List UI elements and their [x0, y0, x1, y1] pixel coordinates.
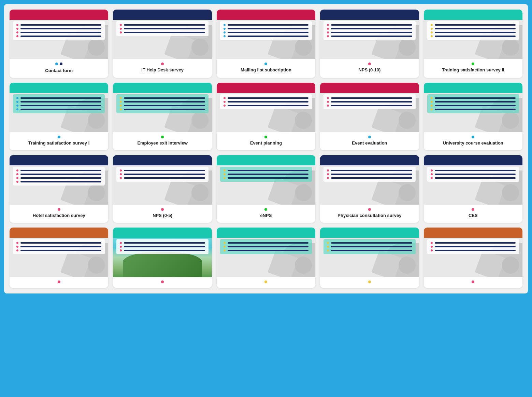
- row-dot: [120, 246, 122, 248]
- card-training-satisfaction-ii[interactable]: Training satisfaction survey II: [424, 10, 522, 78]
- row-line: [435, 109, 516, 110]
- row-dot: [120, 177, 122, 179]
- card-footer: Hotel satisfaction survey: [10, 205, 108, 223]
- row-dot: [120, 24, 122, 26]
- card-header-bar: [320, 10, 419, 20]
- content-row: [16, 101, 101, 103]
- row-line: [331, 242, 412, 244]
- card-title: NPS (0-10): [358, 67, 380, 73]
- row-dot: [224, 242, 226, 244]
- indicator-dot: [161, 280, 164, 283]
- indicator-dot: [264, 63, 267, 65]
- card-enps[interactable]: eNPS: [217, 155, 315, 223]
- row-dot: [327, 169, 329, 172]
- row-line: [331, 174, 412, 175]
- card-training-satisfaction-i[interactable]: Training satisfaction survey I: [10, 83, 108, 150]
- content-row: [224, 246, 308, 248]
- row-line: [331, 97, 412, 99]
- row-line: [331, 101, 412, 102]
- content-row: [431, 28, 516, 30]
- card-event-planning[interactable]: Event planning: [217, 83, 315, 150]
- content-row: [16, 177, 101, 179]
- card-row4-card3[interactable]: [217, 228, 315, 288]
- card-footer: [113, 277, 212, 288]
- card-ces[interactable]: CES: [424, 155, 522, 223]
- indicator-dots: [55, 63, 62, 66]
- row-dot: [120, 97, 122, 99]
- row-line: [228, 177, 308, 179]
- card-employee-exit[interactable]: Employee exit interview: [113, 83, 212, 150]
- card-header-bar: [217, 10, 315, 20]
- content-row: [16, 169, 101, 172]
- row-line: [228, 24, 308, 26]
- indicator-dot: [472, 136, 474, 138]
- card-title: Physician consultation survey: [337, 213, 401, 219]
- card-hotel-satisfaction[interactable]: Hotel satisfaction survey: [10, 155, 108, 223]
- content-row: [327, 24, 412, 26]
- row-line: [124, 109, 205, 110]
- row-dot: [224, 97, 226, 99]
- card-header-bar: [320, 83, 419, 93]
- row-line: [228, 174, 308, 175]
- card-nps-0-10[interactable]: NPS (0-10): [320, 10, 419, 78]
- card-university-course[interactable]: University course evaluation: [424, 83, 522, 150]
- content-row: [16, 246, 101, 248]
- content-row: [431, 242, 516, 244]
- row-line: [20, 105, 101, 106]
- content-row: [120, 31, 205, 33]
- indicator-dot: [368, 208, 371, 211]
- content-row: [16, 173, 101, 175]
- card-row4-card5[interactable]: [424, 228, 522, 288]
- card-title: CES: [469, 213, 478, 219]
- card-content-area: [116, 21, 208, 36]
- card-row4-card1[interactable]: [10, 228, 108, 288]
- row-dot: [431, 31, 433, 33]
- row-dot: [120, 31, 122, 33]
- row-dot: [224, 35, 226, 37]
- row-line: [331, 246, 412, 247]
- content-row: [327, 177, 412, 179]
- row-line: [124, 174, 205, 175]
- card-title: Hotel satisfaction survey: [33, 213, 85, 219]
- content-row: [327, 35, 412, 37]
- content-row: [120, 108, 205, 110]
- content-row: [431, 173, 516, 175]
- row-dot: [16, 249, 18, 251]
- card-row4-card4[interactable]: [320, 228, 419, 288]
- card-header-bar: [10, 83, 108, 93]
- row-line: [435, 242, 516, 244]
- row-line: [435, 101, 516, 102]
- row-line: [435, 250, 516, 251]
- row-dot: [120, 169, 122, 172]
- card-mailing-list[interactable]: Mailing list subscription: [217, 10, 315, 78]
- card-event-evaluation[interactable]: Event evaluation: [320, 83, 419, 150]
- row-dot: [431, 173, 433, 175]
- card-footer: [424, 277, 522, 288]
- card-physician-consultation[interactable]: Physician consultation survey: [320, 155, 419, 223]
- card-preview: [10, 10, 108, 59]
- indicator-dot: [60, 63, 62, 65]
- row-dot: [120, 28, 122, 30]
- row-dot: [327, 97, 329, 99]
- card-preview: [217, 10, 315, 59]
- card-nps-0-5[interactable]: NPS (0-5): [113, 155, 212, 223]
- card-title: Mailing list subscription: [241, 67, 291, 73]
- card-header-bar: [320, 155, 419, 165]
- row-dot: [16, 105, 18, 107]
- card-contact-form[interactable]: Contact form: [10, 10, 108, 78]
- row-line: [331, 170, 412, 171]
- card-row4-card2[interactable]: [113, 228, 212, 288]
- row-dot: [327, 249, 329, 251]
- row-dot: [431, 97, 433, 99]
- content-row: [327, 105, 412, 107]
- row-line: [20, 24, 101, 26]
- row-line: [124, 242, 205, 244]
- card-title: eNPS: [260, 213, 272, 219]
- row-line: [20, 177, 101, 179]
- card-it-help-desk[interactable]: IT Help Desk survey: [113, 10, 212, 78]
- row-dot: [16, 31, 18, 33]
- card-header-bar: [113, 10, 212, 20]
- row-line: [20, 101, 101, 102]
- card-header-bar: [217, 83, 315, 93]
- content-row: [16, 108, 101, 110]
